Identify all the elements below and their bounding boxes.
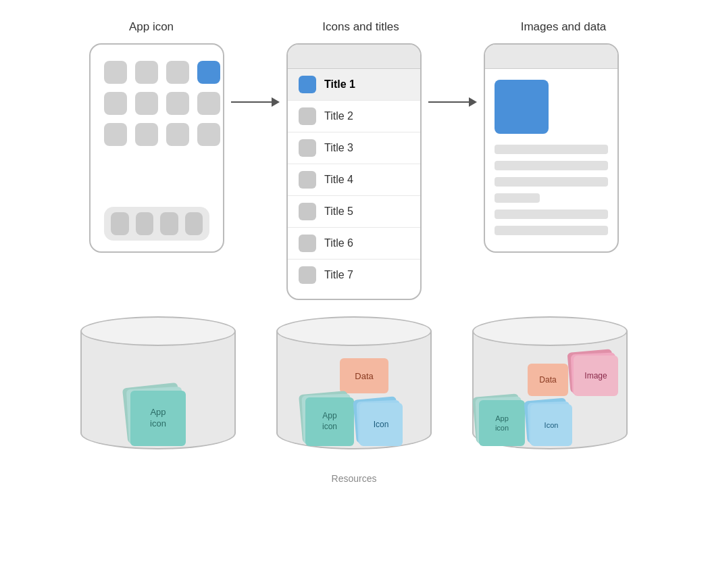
detail-bar — [495, 226, 608, 235]
col1-title: App icon — [129, 20, 174, 33]
list-title-4: Title 4 — [324, 174, 353, 186]
list-icon — [299, 107, 316, 125]
dock-icon — [160, 212, 178, 235]
list-item-7[interactable]: Title 7 — [288, 260, 420, 291]
list-item-1[interactable]: Title 1 — [288, 69, 420, 101]
app-icon-card-stack-2: Appicon — [305, 397, 354, 446]
image-card-stack: Image — [574, 356, 618, 396]
data-card: Data — [340, 358, 388, 393]
list-icon — [299, 235, 316, 252]
images-data-phone — [484, 43, 619, 253]
dock-icon — [185, 212, 203, 235]
app-icon-card: Appicon — [130, 391, 186, 446]
arrow-line — [231, 101, 272, 103]
cylinder-1-column: Appicon — [80, 316, 236, 465]
icon-card: Icon — [359, 403, 403, 446]
app-icon-cell — [197, 123, 220, 146]
app-icon-cell — [104, 123, 127, 146]
cylinder-top — [276, 316, 432, 346]
phone-mockups-section: Title 1 Title 2 Title 3 Title 4 Title 5 — [27, 43, 681, 300]
arrow-1 — [224, 97, 286, 107]
arrow-head — [272, 97, 280, 107]
data-card: Data — [528, 364, 568, 396]
app-icon-cell — [197, 92, 220, 115]
list-title-5: Title 5 — [324, 205, 353, 218]
list-icon — [299, 203, 316, 220]
detail-image — [495, 80, 549, 134]
list-title-2: Title 2 — [324, 110, 353, 122]
list-title-1: Title 1 — [324, 78, 355, 91]
detail-bar — [495, 145, 608, 154]
icon-card-stack: Icon — [359, 403, 403, 446]
detail-content — [485, 69, 617, 246]
icons-titles-phone: Title 1 Title 2 Title 3 Title 4 Title 5 — [286, 43, 422, 300]
app-icon-card-stack: Appicon — [130, 391, 186, 446]
dock-icon — [136, 212, 154, 235]
app-icon-phone — [89, 43, 224, 253]
list-title-7: Title 7 — [324, 269, 353, 281]
list-title-6: Title 6 — [324, 237, 353, 249]
app-icon-cell — [104, 92, 127, 115]
main-container: App icon Icons and titles Images and dat… — [0, 0, 708, 497]
app-icon-card: Appicon — [305, 397, 354, 446]
bottom-cards-row: Appicon Icon — [479, 400, 572, 446]
image-card: Image — [574, 356, 618, 396]
col3-title: Images and data — [521, 20, 607, 33]
list-item-5[interactable]: Title 5 — [288, 196, 420, 228]
arrow-2 — [422, 97, 484, 107]
arrow-line — [428, 101, 469, 103]
app-icon-cell-active — [197, 61, 220, 84]
list-icon — [299, 266, 316, 284]
icon-card: Icon — [530, 404, 572, 446]
cylinders-section: Appicon Data — [27, 316, 681, 465]
detail-bar — [495, 210, 608, 219]
cylinder-top — [80, 316, 236, 346]
app-icon-column — [89, 43, 224, 253]
app-icon-card: Appicon — [479, 400, 525, 446]
bottom-cards-row: Appicon Icon — [305, 397, 403, 446]
app-icon-cell — [104, 61, 127, 84]
app-grid — [101, 55, 212, 151]
images-data-column — [484, 43, 619, 253]
list-header — [288, 45, 420, 69]
cylinder-top — [472, 316, 628, 346]
app-icon-cell — [135, 123, 158, 146]
list-icon — [299, 139, 316, 157]
dock-icon — [111, 212, 129, 235]
list-item-2[interactable]: Title 2 — [288, 101, 420, 132]
cylinder-1: Appicon — [80, 316, 236, 465]
icons-titles-column: Title 1 Title 2 Title 3 Title 4 Title 5 — [286, 43, 422, 300]
list-item-6[interactable]: Title 6 — [288, 228, 420, 260]
cylinder-3-content: Data Image App — [479, 356, 621, 446]
cylinder-3: Data Image App — [472, 316, 628, 465]
detail-header — [485, 45, 617, 69]
top-cards-row: Data Image — [528, 356, 618, 396]
cylinder-2-column: Data Appicon Icon — [276, 316, 432, 465]
list-item-3[interactable]: Title 3 — [288, 132, 420, 164]
col2-title: Icons and titles — [322, 20, 399, 33]
resources-label: Resources — [332, 473, 377, 484]
detail-bar — [495, 177, 608, 187]
icon-card-stack-3: Icon — [530, 404, 572, 446]
detail-bar-short — [495, 193, 540, 203]
app-icon-cell — [166, 61, 189, 84]
app-icon-card-stack-3: Appicon — [479, 400, 525, 446]
app-icon-cell — [166, 92, 189, 115]
list-icon-active — [299, 76, 316, 93]
list-icon — [299, 171, 316, 189]
resources-label-row: Resources — [27, 473, 681, 484]
cylinder-2: Data Appicon Icon — [276, 316, 432, 465]
dock-bar — [104, 207, 209, 241]
arrow-head — [469, 97, 477, 107]
app-icon-cell — [135, 92, 158, 115]
detail-bar — [495, 161, 608, 170]
app-icon-cell — [166, 123, 189, 146]
app-icon-cell — [135, 61, 158, 84]
cylinder-1-content: Appicon — [80, 391, 236, 446]
cylinder-3-column: Data Image App — [472, 316, 628, 465]
list-item-4[interactable]: Title 4 — [288, 164, 420, 196]
list-title-3: Title 3 — [324, 142, 353, 154]
cylinder-2-content: Data Appicon Icon — [276, 358, 432, 446]
